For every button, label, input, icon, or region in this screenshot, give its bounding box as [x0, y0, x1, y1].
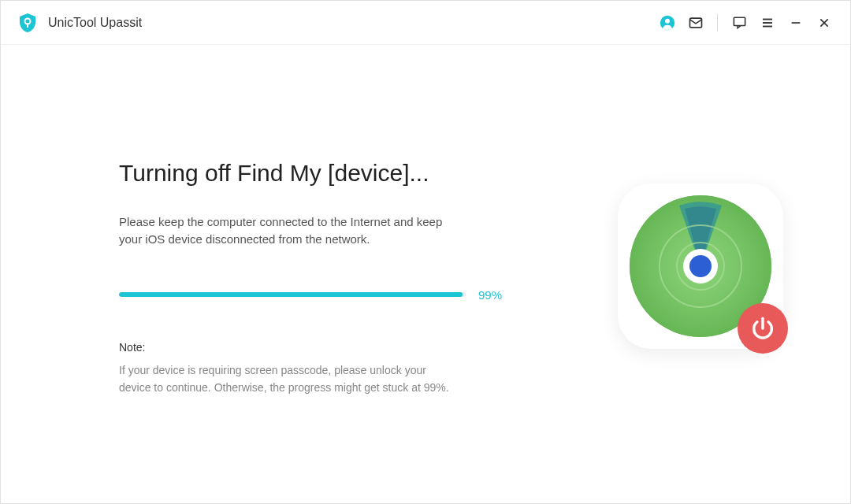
svg-point-3: [665, 18, 670, 23]
page-heading: Turning off Find My [device]...: [48, 160, 567, 187]
app-window: UnicTool Upassit: [0, 0, 851, 504]
progress-container: 99%: [48, 288, 567, 302]
progress-percent-label: 99%: [478, 288, 502, 302]
feedback-icon[interactable]: [726, 9, 753, 36]
note-text: If your device is requiring screen passc…: [48, 361, 458, 397]
progress-bar: [119, 292, 466, 297]
account-icon[interactable]: [654, 9, 681, 36]
svg-rect-5: [734, 17, 745, 25]
left-panel: Turning off Find My [device]... Please k…: [48, 136, 598, 397]
main-content: Turning off Find My [device]... Please k…: [1, 45, 850, 503]
progress-fill: [119, 292, 463, 297]
illustration-panel: [598, 164, 803, 369]
mail-icon[interactable]: [682, 9, 709, 36]
note-label: Note:: [48, 341, 567, 354]
divider: [717, 14, 718, 32]
titlebar: UnicTool Upassit: [1, 1, 850, 45]
minimize-button[interactable]: [782, 9, 809, 36]
titlebar-actions: [654, 9, 838, 36]
svg-point-17: [689, 255, 712, 277]
app-title: UnicTool Upassit: [48, 16, 654, 30]
description-text: Please keep the computer connected to th…: [48, 213, 458, 249]
findmy-card: [618, 183, 783, 349]
svg-rect-1: [27, 23, 28, 28]
menu-icon[interactable]: [754, 9, 781, 36]
power-off-icon: [738, 303, 788, 354]
app-logo-icon: [17, 12, 39, 34]
close-button[interactable]: [811, 9, 838, 36]
